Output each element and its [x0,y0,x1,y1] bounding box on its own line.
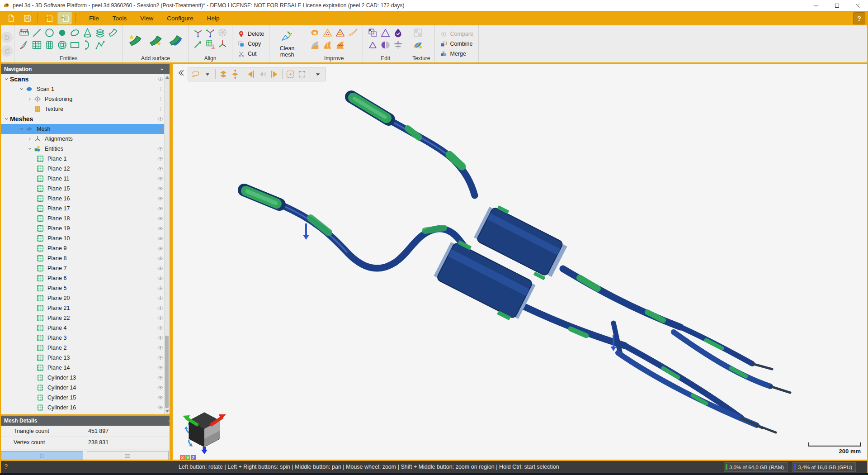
undo-button[interactable] [1,32,13,43]
tree-item-plane-8[interactable]: Plane 8 [0,253,170,263]
tree-item-plane-21[interactable]: Plane 21 [0,303,170,313]
lasso-button[interactable] [190,69,201,80]
rectangle-icon[interactable] [69,39,80,51]
visibility-eye-icon[interactable] [157,265,164,272]
help-badge-button[interactable]: ? [853,12,865,24]
tree-item-plane-9[interactable]: Plane 9 [0,243,170,253]
visibility-eye-icon[interactable] [157,344,164,352]
visibility-eye-icon[interactable] [157,275,164,282]
visibility-eye-icon[interactable] [157,394,164,401]
curve-orange-icon[interactable] [347,27,359,38]
tree-item-plane-12[interactable]: Plane 12 [0,164,170,174]
half-discs-icon[interactable] [380,39,391,51]
tree-item-mesh[interactable]: Mesh [0,124,170,134]
navigation-collapse-button[interactable] [158,66,165,73]
tree-item-plane-7[interactable]: Plane 7 [0,263,170,273]
triangle-small-icon[interactable] [367,39,378,51]
arrow-green-icon[interactable] [193,39,203,50]
chevron-down-icon[interactable] [3,115,10,123]
tree-item-plane-5[interactable]: Plane 5 [0,283,170,293]
visibility-eye-icon[interactable] [157,165,164,172]
surface-blend-icon[interactable] [168,33,184,48]
save-button[interactable] [20,12,34,24]
chevron-right-icon[interactable] [26,95,33,103]
combine-button[interactable]: Combine [440,40,473,48]
tree-item-plane-20[interactable]: Plane 20 [0,293,170,303]
axes-align-icon[interactable] [193,27,203,38]
frame-zoom-button[interactable] [285,69,296,80]
tree-item-meshes[interactable]: Meshes [0,114,170,124]
level-icon[interactable] [392,39,404,51]
merge-button[interactable]: Merge [440,50,473,58]
triangles-warn-icon[interactable] [322,27,333,38]
tree-item-plane-15[interactable]: Plane 15 [0,184,170,194]
visibility-eye-icon[interactable] [157,334,164,342]
drop-check-icon[interactable] [392,27,404,38]
visibility-eye-icon[interactable] [157,354,164,361]
visibility-eye-icon[interactable] [157,205,164,212]
visibility-eye-icon[interactable] [157,404,164,411]
cone-icon[interactable] [82,27,93,38]
visibility-eye-icon[interactable] [157,145,164,152]
sphere-icon[interactable] [57,39,68,51]
visibility-eye-icon[interactable] [157,384,164,391]
tree-item-texture[interactable]: Texture [0,104,170,114]
sand-spiky-icon[interactable] [335,39,346,51]
tree-item-plane-17[interactable]: Plane 17 [0,204,170,214]
menu-item-help[interactable]: Help [200,11,226,25]
tree-item-scan-1[interactable]: Scan 1 [0,84,170,94]
axes-points-icon[interactable] [205,27,216,38]
viewport-toolbar-collapse-button[interactable] [176,68,185,77]
delete-button[interactable]: Delete [237,30,264,38]
arc-icon[interactable] [82,39,93,51]
patch-icon[interactable] [107,27,118,38]
nav-right-orange-button[interactable] [269,69,280,80]
visibility-eye-icon[interactable] [157,76,164,83]
visibility-eye-icon[interactable] [157,294,164,302]
clean-mesh-button[interactable]: Clean mesh [269,25,305,62]
visibility-eye-icon[interactable] [157,324,164,332]
maximize-button[interactable] [826,0,847,11]
visibility-eye-icon[interactable] [157,185,164,192]
tree-item-plane-4[interactable]: Plane 4 [0,323,170,333]
spread-button[interactable] [230,69,241,80]
ellipse-icon[interactable] [69,27,80,38]
texture-paint-icon[interactable] [412,39,424,51]
nav-left-orange-button[interactable] [245,69,256,80]
visibility-eye-icon[interactable] [157,225,164,232]
tree-scrollbar[interactable] [164,74,170,414]
grid-axes-icon[interactable] [205,39,216,50]
visibility-eye-icon[interactable] [157,285,164,292]
visibility-eye-icon[interactable] [157,314,164,322]
tree-item-cylinder-15[interactable]: Cylinder 15 [0,393,170,403]
triangle-purple-icon[interactable] [380,27,391,38]
visibility-eye-icon[interactable] [157,195,164,202]
menu-item-file[interactable]: File [82,11,106,25]
minimize-button[interactable] [806,0,826,11]
surface-star-right-icon[interactable] [147,33,164,48]
tree-item-plane-11[interactable]: Plane 11 [0,174,170,184]
import-arrow-button[interactable] [41,12,56,24]
tree-item-cylinder-13[interactable]: Cylinder 13 [0,373,170,383]
tree-item-plane-10[interactable]: Plane 10 [0,233,170,243]
tree-item-alignments[interactable]: Alignments [0,134,170,144]
chevron-down-icon[interactable] [26,145,33,152]
ruler-icon[interactable] [19,27,30,38]
new-file-button[interactable] [4,12,18,24]
export-arrow-button[interactable] [57,12,72,24]
visibility-eye-icon[interactable] [157,175,164,182]
visibility-eye-icon[interactable] [157,304,164,312]
visibility-eye-icon[interactable] [157,374,164,381]
tree-item-plane-2[interactable]: Plane 2 [0,343,170,353]
sand-gray-icon[interactable] [309,39,321,51]
nav-left-gray-button[interactable] [257,69,268,80]
visibility-eye-icon[interactable] [157,115,164,123]
tree-item-cylinder-16[interactable]: Cylinder 16 [0,403,170,413]
scrollbar-thumb[interactable] [165,336,169,408]
3d-viewport[interactable]: X Y Z 200 mm [173,64,867,461]
tree-item-positioning[interactable]: Positioning [0,94,170,104]
sand-orange-icon[interactable] [322,39,333,51]
tree-item-plane-19[interactable]: Plane 19 [0,223,170,233]
menu-item-view[interactable]: View [133,11,160,25]
scroll-down-arrow[interactable] [165,410,169,413]
